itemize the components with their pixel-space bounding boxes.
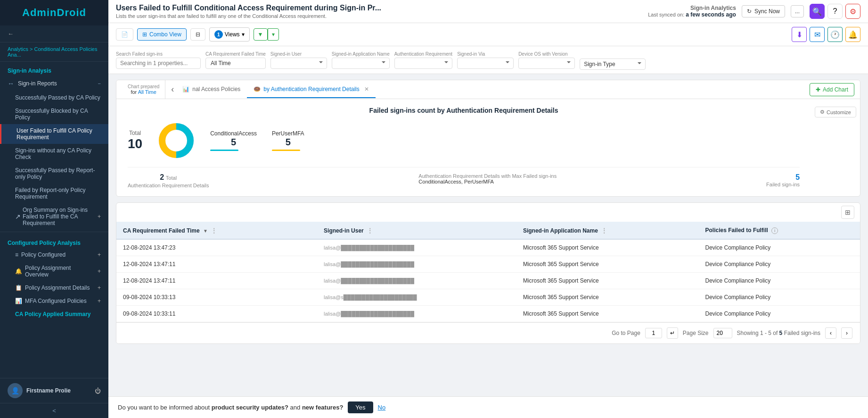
customize-area: ⚙ Customize: [811, 99, 860, 196]
via-select[interactable]: [457, 58, 514, 69]
views-chevron: ▾: [242, 31, 245, 38]
sidebar-item-mfa-configured[interactable]: 📊 MFA Configured Policies +: [0, 294, 108, 308]
close-tab-icon[interactable]: ✕: [364, 86, 369, 92]
customize-button[interactable]: ⚙ Customize: [815, 107, 856, 117]
notification-yes-button[interactable]: Yes: [348, 401, 373, 413]
more-options-button[interactable]: ...: [791, 5, 804, 17]
cell-time-4: 09-08-2024 10:33:11: [116, 306, 317, 322]
action-buttons: ⬇ ✉ 🕐 🔔: [792, 27, 860, 42]
download-button[interactable]: ⬇: [792, 27, 807, 42]
col-menu-icon[interactable]: ⋮: [211, 227, 217, 234]
sidebar-item-policy-assignment-details[interactable]: 📋 Policy Assignment Details +: [0, 281, 108, 294]
filters-row: Search Failed sign-ins CA Requirement Fa…: [108, 46, 868, 74]
combo-icon: ⊞: [142, 31, 147, 38]
ca-bar: [210, 150, 238, 151]
policy-configured-expand: +: [98, 251, 101, 258]
views-button[interactable]: 1 Views ▾: [209, 27, 250, 42]
clipboard-icon: 📋: [15, 284, 22, 291]
chevron-up-icon: −: [98, 81, 101, 86]
table-settings-area: ⊞: [116, 203, 860, 222]
settings-button[interactable]: ⚙: [845, 4, 860, 19]
sidebar-item-policy-configured[interactable]: ≡ Policy Configured +: [0, 248, 108, 261]
cell-time-3: 09-08-2024 10:33:13: [116, 289, 317, 306]
type-select[interactable]: Sign-in Type: [580, 59, 646, 70]
footer-username: Firstname Prolie: [26, 387, 71, 394]
chart-tabs: Chart prepared for All Time ‹ 📊 nal Acce…: [116, 80, 860, 99]
chart-icon: 📊: [182, 86, 189, 92]
device-select[interactable]: [518, 58, 575, 69]
main-toolbar: 📄 ⊞ Combo View ⊟ 1 Views ▾ ▼ ▾ ⬇: [108, 23, 868, 46]
sidebar-collapse-button[interactable]: <: [0, 403, 108, 418]
table-row: 12-08-2024 13:47:23 lalisa@█████████████…: [116, 239, 860, 256]
breadcrumb: Analytics > Conditional Access Policies …: [0, 42, 108, 62]
power-icon[interactable]: ⏻: [95, 387, 101, 394]
page-header: Users Failed to Fulfill Conditional Acce…: [108, 0, 868, 23]
table-header: CA Requirement Failed Time ▼ ⋮ Signed-in…: [116, 222, 860, 239]
chart-data-row: Total 10: [128, 122, 800, 159]
time-dropdown[interactable]: All Time: [205, 58, 266, 69]
page-number-input[interactable]: [645, 328, 662, 338]
cell-user-1: lalisa@████████████████████: [317, 256, 516, 273]
cell-policy-0: Device Compliance Policy: [699, 239, 860, 256]
chart-tab-access-policies[interactable]: 📊 nal Access Policies: [176, 81, 247, 98]
schedule-button[interactable]: 🕐: [827, 27, 843, 42]
header-icons: 🔍 ? ⚙: [810, 4, 860, 19]
auth-select[interactable]: [394, 58, 452, 69]
sidebar-footer: 👤 Firstname Prolie ⏻: [0, 378, 108, 403]
app-select[interactable]: [332, 58, 390, 69]
sidebar-item-passed-ca[interactable]: Successfully Passed by CA Policy: [0, 91, 108, 104]
sidebar-item-org-summary[interactable]: ↗ Org Summary on Sign-ins Failed to Fulf…: [0, 203, 108, 230]
search-input[interactable]: [116, 58, 201, 69]
main-area: Users Failed to Fulfill Conditional Acce…: [108, 0, 868, 418]
table-section: ⊞ CA Requirement Failed Time ▼ ⋮: [116, 202, 860, 344]
alert-button[interactable]: 🔔: [845, 27, 860, 42]
via-filter: Signed-in Via: [457, 51, 514, 69]
sidebar-item-failed-ca[interactable]: User Failed to Fulfill CA Policy Require…: [0, 124, 108, 144]
col-app-name: Signed-in Application Name ⋮: [516, 222, 699, 239]
chart-prev-button[interactable]: ‹: [169, 83, 176, 96]
sidebar-item-policy-assignment-overview[interactable]: 🔔 Policy Assignment Overview +: [0, 261, 108, 281]
auth-filter: Authentication Requirement: [394, 51, 452, 69]
table-body: 12-08-2024 13:47:23 lalisa@█████████████…: [116, 239, 860, 322]
add-chart-button[interactable]: ✚ Add Chart: [810, 83, 854, 96]
sort-icon[interactable]: ▼: [203, 228, 208, 234]
next-page-button[interactable]: ›: [841, 327, 852, 339]
sidebar-divider: [0, 232, 108, 232]
sync-now-button[interactable]: ↻ Sync Now: [742, 5, 785, 17]
sidebar-item-failed-report[interactable]: Failed by Report-only Policy Requirement: [0, 184, 108, 203]
back-button[interactable]: ←: [0, 25, 108, 42]
table-row: 12-08-2024 13:47:11 lalisa@█████████████…: [116, 256, 860, 273]
cell-user-3: lalisa@s████████████████████: [317, 289, 516, 306]
user-select[interactable]: [270, 58, 327, 69]
document-button[interactable]: 📄: [116, 28, 133, 41]
sidebar-item-ca-summary[interactable]: CA Policy Applied Summary: [0, 308, 108, 321]
page-prev-button[interactable]: ↵: [667, 327, 678, 339]
filter-button[interactable]: ▼: [254, 28, 268, 41]
table-settings-button[interactable]: ⊞: [841, 206, 854, 219]
signin-reports-group[interactable]: ↔ Sign-in Reports −: [0, 76, 108, 91]
prev-page-button[interactable]: ‹: [825, 327, 836, 339]
notification-no-button[interactable]: No: [378, 404, 386, 411]
sidebar-item-no-check[interactable]: Sign-ins without any CA Policy Check: [0, 144, 108, 164]
search-button[interactable]: 🔍: [810, 4, 825, 19]
org-button[interactable]: ⊟: [190, 28, 205, 41]
document-icon: 📄: [121, 31, 128, 38]
combo-view-button[interactable]: ⊞ Combo View: [137, 28, 187, 41]
chart-tab-auth-requirement[interactable]: 🍩 by Authentication Requirement Details …: [247, 81, 375, 98]
col-menu-icon-3[interactable]: ⋮: [601, 227, 607, 234]
cell-app-2: Microsoft 365 Support Service: [516, 273, 699, 289]
sidebar-item-blocked-ca[interactable]: Ssuccessfully Blocked by CA Policy: [0, 104, 108, 124]
col-menu-icon-2[interactable]: ⋮: [367, 227, 373, 234]
avatar: 👤: [8, 383, 23, 398]
sidebar-item-report-only[interactable]: Successfully Passed by Report-only Polic…: [0, 164, 108, 184]
help-button[interactable]: ?: [827, 4, 843, 19]
section-analysis-header: Sign-in Analysis: [0, 62, 108, 76]
expand-icon: +: [98, 213, 101, 220]
showing-text: Showing 1 - 5 of 5 Failed sign-ins: [737, 330, 820, 336]
back-icon: ←: [8, 30, 14, 37]
filter-dropdown-button[interactable]: ▾: [268, 28, 279, 41]
email-button[interactable]: ✉: [810, 27, 825, 42]
chart-legend: ConditionalAccess 5 PerUserMFA 5: [210, 130, 304, 151]
page-size-input[interactable]: [713, 328, 732, 338]
cell-app-4: Microsoft 365 Support Service: [516, 306, 699, 322]
